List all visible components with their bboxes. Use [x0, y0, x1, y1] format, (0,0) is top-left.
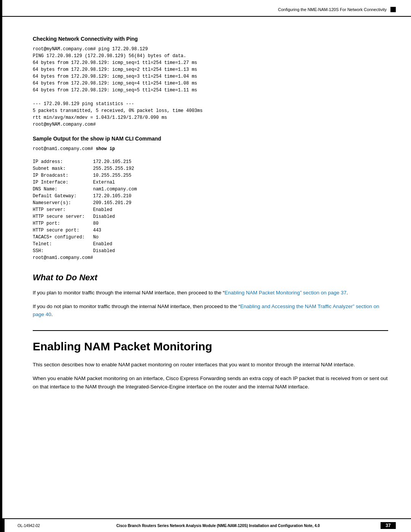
show-ip-prompt: root@nam1.company.com# show ip	[33, 145, 388, 152]
footer-title: Cisco Branch Routers Series Network Anal…	[56, 524, 381, 528]
what-to-do-next-heading: What to Do Next	[33, 273, 388, 283]
main-content: Checking Network Connectivity with Ping …	[2, 17, 411, 420]
enabling-nam-para1: This section describes how to enable NAM…	[33, 361, 388, 369]
para2-before: If you do not plan to monitor traffic th…	[33, 304, 240, 309]
page-header: Configuring the NME-NAM-120S For Network…	[2, 0, 411, 17]
para1-after: .	[346, 290, 348, 296]
ping-section-heading: Checking Network Connectivity with Ping	[33, 36, 388, 42]
footer-left-bar	[2, 518, 5, 532]
enabling-nam-heading: Enabling NAM Packet Monitoring	[33, 340, 388, 353]
para2-after: .	[51, 312, 53, 317]
show-ip-section-heading: Sample Output for the show ip NAM CLI Co…	[33, 136, 388, 142]
what-to-do-next-para1: If you plan to monitor traffic through t…	[33, 289, 388, 297]
enabling-nam-section: Enabling NAM Packet Monitoring This sect…	[33, 330, 388, 391]
header-filled-square-icon	[390, 7, 396, 12]
footer-page-number: 37	[381, 522, 396, 529]
left-vertical-bar	[0, 0, 2, 532]
show-ip-command: show ip	[96, 146, 115, 152]
enabling-nam-para2: When you enable NAM packet monitoring on…	[33, 374, 388, 391]
para1-link[interactable]: Enabling NAM Packet Monitoring” section …	[225, 290, 346, 296]
what-to-do-next-para2: If you do not plan to monitor traffic th…	[33, 302, 388, 319]
para1-before: If you plan to monitor traffic through t…	[33, 290, 225, 296]
header-title: Configuring the NME-NAM-120S For Network…	[278, 7, 387, 12]
ping-code-block: root@myNAM.company.com# ping 172.20.98.1…	[33, 46, 388, 128]
what-to-do-next-section: What to Do Next If you plan to monitor t…	[33, 273, 388, 319]
footer-doc-id: OL-14942-02	[18, 524, 56, 528]
page-footer: OL-14942-02 Cisco Branch Routers Series …	[2, 518, 411, 532]
show-ip-table: IP address: 172.20.105.215 Subnet mask: …	[33, 158, 388, 261]
